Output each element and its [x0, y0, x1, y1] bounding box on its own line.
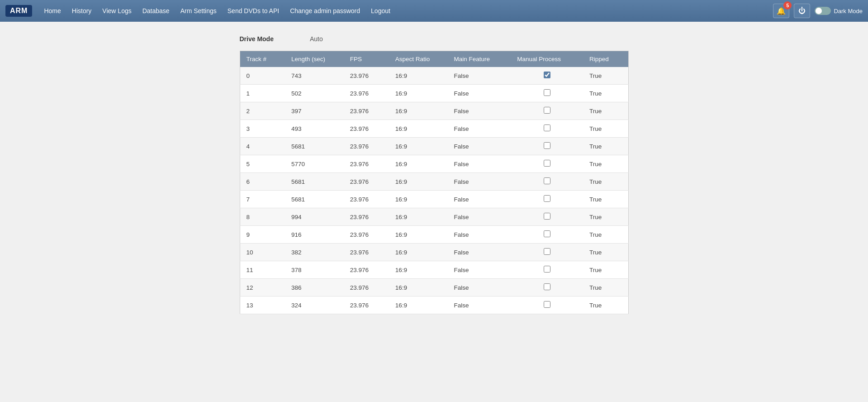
cell-main-feature: False [447, 85, 511, 102]
cell-track: 9 [240, 226, 285, 244]
manual-process-checkbox[interactable] [544, 266, 550, 273]
table-row: 1332423.97616:9FalseTrue [240, 297, 628, 314]
cell-track: 10 [240, 244, 285, 261]
brand-logo[interactable]: ARM [5, 5, 32, 17]
cell-aspect: 16:9 [389, 102, 448, 120]
nav-arm-settings[interactable]: Arm Settings [176, 5, 221, 17]
cell-ripped: True [583, 244, 628, 261]
cell-track: 3 [240, 120, 285, 138]
manual-process-checkbox[interactable] [544, 230, 550, 237]
cell-manual-process[interactable] [511, 138, 583, 155]
cell-manual-process[interactable] [511, 155, 583, 173]
manual-process-checkbox[interactable] [544, 72, 550, 78]
cell-track: 0 [240, 67, 285, 85]
nav-send-dvds[interactable]: Send DVDs to API [223, 5, 284, 17]
manual-process-checkbox[interactable] [544, 213, 550, 220]
cell-ripped: True [583, 226, 628, 244]
cell-manual-process[interactable] [511, 85, 583, 102]
cell-manual-process[interactable] [511, 244, 583, 261]
cell-fps: 23.976 [344, 226, 389, 244]
cell-length: 382 [285, 244, 344, 261]
nav-logout[interactable]: Logout [366, 5, 395, 17]
cell-fps: 23.976 [344, 67, 389, 85]
table-row: 5577023.97616:9FalseTrue [240, 155, 628, 173]
cell-length: 5681 [285, 138, 344, 155]
cell-manual-process[interactable] [511, 261, 583, 279]
table-row: 991623.97616:9FalseTrue [240, 226, 628, 244]
manual-process-checkbox[interactable] [544, 248, 550, 255]
cell-ripped: True [583, 297, 628, 314]
nav-history[interactable]: History [67, 5, 96, 17]
cell-manual-process[interactable] [511, 120, 583, 138]
cell-ripped: True [583, 138, 628, 155]
navbar: ARM Home History View Logs Database Arm … [0, 0, 868, 22]
cell-ripped: True [583, 261, 628, 279]
cell-manual-process[interactable] [511, 67, 583, 85]
cell-ripped: True [583, 102, 628, 120]
cell-track: 11 [240, 261, 285, 279]
tracks-tbody: 074323.97616:9FalseTrue150223.97616:9Fal… [240, 67, 628, 314]
cell-fps: 23.976 [344, 173, 389, 191]
cell-main-feature: False [447, 173, 511, 191]
cell-fps: 23.976 [344, 297, 389, 314]
cell-main-feature: False [447, 279, 511, 297]
manual-process-checkbox[interactable] [544, 89, 550, 96]
cell-length: 324 [285, 297, 344, 314]
col-header-fps: FPS [344, 51, 389, 67]
cell-length: 493 [285, 120, 344, 138]
cell-track: 5 [240, 155, 285, 173]
cell-manual-process[interactable] [511, 297, 583, 314]
drive-mode-value: Auto [310, 35, 323, 43]
cell-main-feature: False [447, 261, 511, 279]
cell-main-feature: False [447, 67, 511, 85]
col-header-aspect: Aspect Ratio [389, 51, 448, 67]
col-header-ripped: Ripped [583, 51, 628, 67]
cell-manual-process[interactable] [511, 279, 583, 297]
nav-home[interactable]: Home [39, 5, 65, 17]
cell-manual-process[interactable] [511, 191, 583, 208]
cell-main-feature: False [447, 244, 511, 261]
cell-manual-process[interactable] [511, 208, 583, 226]
drive-mode-row: Drive Mode Auto [240, 31, 629, 51]
cell-length: 916 [285, 226, 344, 244]
nav-change-password[interactable]: Change admin password [285, 5, 365, 17]
cell-ripped: True [583, 155, 628, 173]
notifications-button[interactable]: 🔔 5 [773, 4, 789, 18]
table-row: 074323.97616:9FalseTrue [240, 67, 628, 85]
cell-fps: 23.976 [344, 208, 389, 226]
manual-process-checkbox[interactable] [544, 177, 550, 184]
table-row: 239723.97616:9FalseTrue [240, 102, 628, 120]
cell-manual-process[interactable] [511, 102, 583, 120]
cell-length: 5770 [285, 155, 344, 173]
cell-aspect: 16:9 [389, 138, 448, 155]
cell-length: 502 [285, 85, 344, 102]
nav-view-logs[interactable]: View Logs [98, 5, 136, 17]
dark-mode-switch[interactable] [815, 7, 831, 15]
cell-aspect: 16:9 [389, 120, 448, 138]
cell-fps: 23.976 [344, 155, 389, 173]
cell-manual-process[interactable] [511, 226, 583, 244]
manual-process-checkbox[interactable] [544, 107, 550, 114]
cell-aspect: 16:9 [389, 67, 448, 85]
cell-main-feature: False [447, 138, 511, 155]
table-row: 150223.97616:9FalseTrue [240, 85, 628, 102]
manual-process-checkbox[interactable] [544, 142, 550, 149]
cell-ripped: True [583, 67, 628, 85]
manual-process-checkbox[interactable] [544, 283, 550, 290]
nav-database[interactable]: Database [138, 5, 174, 17]
manual-process-checkbox[interactable] [544, 124, 550, 131]
cell-fps: 23.976 [344, 120, 389, 138]
manual-process-checkbox[interactable] [544, 160, 550, 167]
manual-process-checkbox[interactable] [544, 301, 550, 308]
manual-process-checkbox[interactable] [544, 195, 550, 202]
cell-length: 994 [285, 208, 344, 226]
cell-track: 1 [240, 85, 285, 102]
table-header-row: Track # Length (sec) FPS Aspect Ratio Ma… [240, 51, 628, 67]
dark-mode-toggle[interactable]: Dark Mode [815, 7, 863, 15]
cell-manual-process[interactable] [511, 173, 583, 191]
cell-aspect: 16:9 [389, 244, 448, 261]
power-button[interactable]: ⏻ [794, 4, 810, 18]
table-row: 349323.97616:9FalseTrue [240, 120, 628, 138]
navbar-right: 🔔 5 ⏻ Dark Mode [773, 4, 863, 18]
cell-ripped: True [583, 208, 628, 226]
